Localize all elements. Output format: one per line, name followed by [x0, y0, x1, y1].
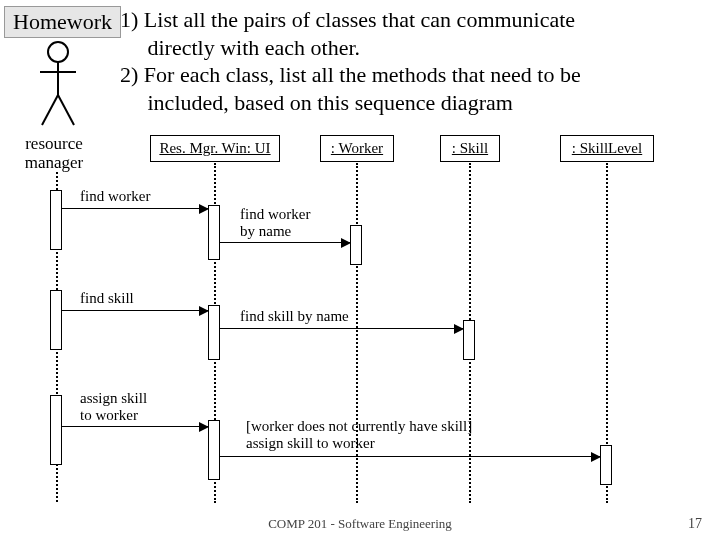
prompt-line1: 1) List all the pairs of classes that ca…	[120, 7, 575, 32]
page-number: 17	[688, 516, 702, 532]
lifeline-skilllevel: : SkillLevel	[560, 135, 654, 162]
prompt-line2: 2) For each class, list all the methods …	[120, 62, 581, 87]
activation-actor-2	[50, 290, 62, 350]
activation-worker-1	[350, 225, 362, 265]
activation-actor-3	[50, 395, 62, 465]
lifeline-line-worker	[356, 163, 358, 503]
activation-ui-3	[208, 420, 220, 480]
msg-find-worker-by-name	[220, 242, 350, 243]
msg-find-worker-by-name-label: find worker by name	[240, 206, 310, 240]
msg-find-worker-label: find worker	[80, 188, 150, 205]
msg-find-skill-label: find skill	[80, 290, 134, 307]
svg-point-0	[48, 42, 68, 62]
footer-course: COMP 201 - Software Engineering	[0, 516, 720, 532]
lifeline-ui: Res. Mgr. Win: UI	[150, 135, 280, 162]
msg-find-skill-by-name-label: find skill by name	[240, 308, 349, 325]
prompt-line2b: included, based on this sequence diagram	[148, 90, 513, 115]
msg-find-worker	[62, 208, 208, 209]
homework-prompt: 1) List all the pairs of classes that ca…	[120, 6, 680, 116]
actor-label: resource manager	[14, 135, 94, 172]
homework-label: Homework	[4, 6, 121, 38]
activation-ui-1	[208, 205, 220, 260]
msg-assign-skill-guarded	[220, 456, 600, 457]
lifeline-skill: : Skill	[440, 135, 500, 162]
msg-assign-skill	[62, 426, 208, 427]
msg-assign-skill-guarded-label: [worker does not currently have skill] a…	[246, 418, 472, 452]
activation-skilllevel-1	[600, 445, 612, 485]
prompt-line1b: directly with each other.	[148, 35, 361, 60]
msg-find-skill-by-name	[220, 328, 463, 329]
activation-actor-1	[50, 190, 62, 250]
msg-find-skill	[62, 310, 208, 311]
activation-ui-2	[208, 305, 220, 360]
svg-line-3	[42, 95, 58, 125]
msg-assign-skill-label: assign skill to worker	[80, 390, 147, 424]
activation-skill-1	[463, 320, 475, 360]
svg-line-4	[58, 95, 74, 125]
lifeline-worker: : Worker	[320, 135, 394, 162]
actor-icon	[38, 40, 78, 130]
